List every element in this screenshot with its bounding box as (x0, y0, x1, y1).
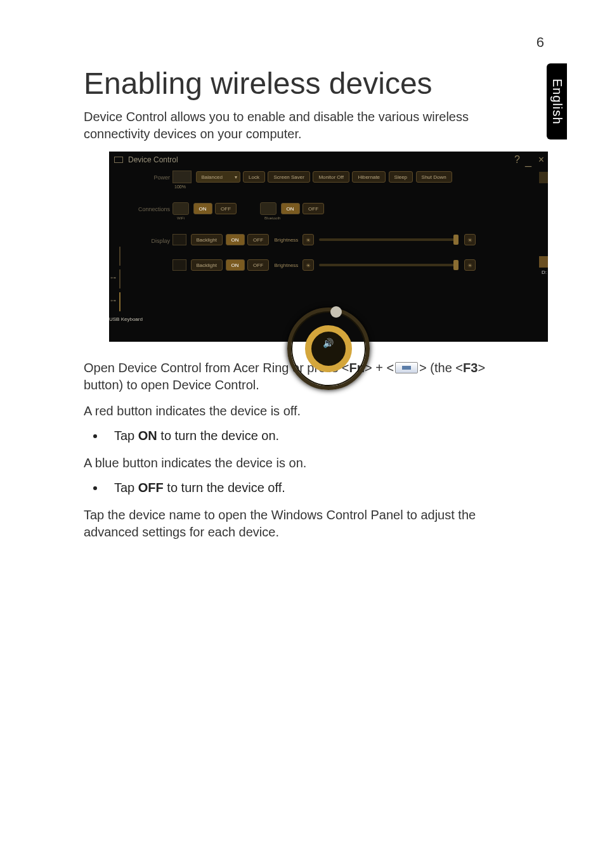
language-tab[interactable]: English (547, 63, 567, 139)
brightness2-slider[interactable] (319, 264, 459, 266)
wifi-on-button[interactable]: ON (193, 203, 212, 214)
sidebar-item-monitor[interactable] (109, 247, 120, 266)
intro-text: Device Control allows you to enable and … (84, 108, 528, 143)
left-sidebar: ⊶ ⊶ (109, 247, 120, 315)
help-icon[interactable]: ? (514, 154, 520, 165)
display-row-1: Display Backlight ON OFF Brightness ☀ ☀ (172, 234, 529, 259)
acer-ring[interactable]: 🔊 (287, 308, 370, 346)
page-title: Enabling wireless devices (84, 66, 554, 101)
power-label: Power (134, 174, 170, 181)
wifi-icon[interactable]: WiFi (172, 202, 189, 215)
blue-button-text: A blue button indicates the device is on… (84, 455, 528, 472)
brightness1-label: Brightness (275, 237, 299, 243)
bt-on-button[interactable]: ON (281, 203, 300, 214)
tap-name-text: Tap the device name to open the Windows … (84, 507, 528, 541)
usb-keyboard-label: USB Keyboard (109, 316, 143, 322)
window-title: Device Control (128, 155, 178, 164)
language-tab-label: English (550, 79, 564, 125)
tap-off-bullet: Tap OFF to turn the device off. (105, 481, 554, 495)
bt-off-button[interactable]: OFF (302, 203, 324, 214)
backlight1-button[interactable]: Backlight (191, 234, 223, 245)
dim2-icon[interactable]: ☀ (302, 259, 314, 271)
right-tab-1[interactable] (539, 172, 548, 183)
backlight1-on[interactable]: ON (226, 234, 245, 245)
window-icon (114, 157, 123, 163)
brightness2-label: Brightness (275, 262, 299, 268)
backlight2-button[interactable]: Backlight (191, 259, 223, 271)
display-label: Display (134, 238, 170, 244)
display-row-2: Backlight ON OFF Brightness ☀ ☀ (172, 259, 529, 285)
bright-icon[interactable]: ☀ (464, 234, 476, 245)
power-plan-select[interactable]: Balanced (196, 171, 240, 183)
manual-page: 6 English Enabling wireless devices Devi… (0, 0, 605, 868)
page-number: 6 (537, 34, 544, 51)
sleep-button[interactable]: Sleep (389, 171, 413, 183)
lock-button[interactable]: Lock (243, 171, 265, 183)
screensaver-button[interactable]: Screen Saver (268, 171, 309, 183)
ring-knob[interactable] (330, 306, 342, 318)
shutdown-button[interactable]: Shut Down (416, 171, 452, 183)
minimize-icon[interactable]: _ (525, 154, 531, 167)
backlight1-off[interactable]: OFF (247, 234, 269, 245)
monitor2-icon (172, 259, 186, 271)
bright2-icon[interactable]: ☀ (464, 259, 476, 271)
brightness1-slider[interactable] (319, 238, 459, 241)
dim-icon[interactable]: ☀ (302, 234, 314, 245)
right-tab-2[interactable] (539, 256, 548, 268)
battery-icon (172, 171, 192, 183)
speaker-icon[interactable]: 🔊 (323, 338, 334, 348)
monitoroff-button[interactable]: Monitor Off (313, 171, 349, 183)
sidebar-item-usb2[interactable]: ⊶ (109, 292, 120, 311)
hibernate-button[interactable]: Hibernate (352, 171, 386, 183)
bluetooth-icon[interactable]: Bluetooth (260, 202, 276, 215)
power-row: Power Balanced Lock Screen Saver Monitor… (172, 171, 529, 202)
red-button-text: A red button indicates the device is off… (84, 403, 528, 420)
tap-on-bullet: Tap ON to turn the device on. (105, 429, 554, 443)
backlight2-off[interactable]: OFF (247, 259, 269, 271)
close-icon[interactable]: × (538, 154, 544, 165)
device-control-screenshot: Device Control ? _ × D: ⊶ ⊶ USB Keyboard… (109, 152, 548, 342)
sidebar-item-usb1[interactable]: ⊶ (109, 269, 120, 288)
right-tab-2-label: D: (542, 269, 547, 275)
connections-label: Connections (134, 206, 170, 212)
backlight2-on[interactable]: ON (226, 259, 245, 271)
key-icon (395, 362, 418, 373)
connections-row: Connections WiFi ON OFF Bluetooth ON OFF (172, 202, 529, 234)
monitor1-icon (172, 234, 186, 245)
wifi-off-button[interactable]: OFF (215, 203, 237, 214)
